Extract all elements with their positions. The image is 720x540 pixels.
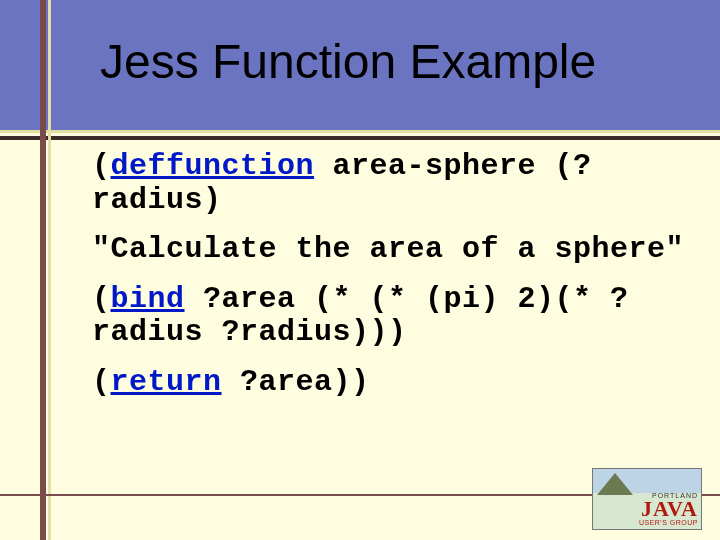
logo-big-text: JAVA <box>596 499 698 519</box>
keyword-deffunction: deffunction <box>111 149 315 183</box>
keyword-bind: bind <box>111 282 185 316</box>
slide-title: Jess Function Example <box>100 34 700 89</box>
vertical-rule-dark <box>40 0 46 540</box>
code-line-1: (deffunction area-sphere (?radius) <box>92 150 692 217</box>
vertical-rule-light <box>48 0 51 540</box>
divider-light <box>0 130 720 133</box>
code-text: ?area)) <box>222 365 370 399</box>
portland-java-logo: PORTLAND JAVA USER'S GROUP <box>592 468 702 530</box>
code-block: (deffunction area-sphere (?radius) "Calc… <box>92 150 692 416</box>
divider-dark <box>0 136 720 140</box>
logo-sub-text: USER'S GROUP <box>596 519 698 526</box>
keyword-return: return <box>111 365 222 399</box>
code-line-2: "Calculate the area of a sphere" <box>92 233 692 267</box>
code-line-4: (return ?area)) <box>92 366 692 400</box>
code-line-3: (bind ?area (* (* (pi) 2)(* ?radius ?rad… <box>92 283 692 350</box>
slide: Jess Function Example (deffunction area-… <box>0 0 720 540</box>
mountain-icon <box>597 473 633 495</box>
